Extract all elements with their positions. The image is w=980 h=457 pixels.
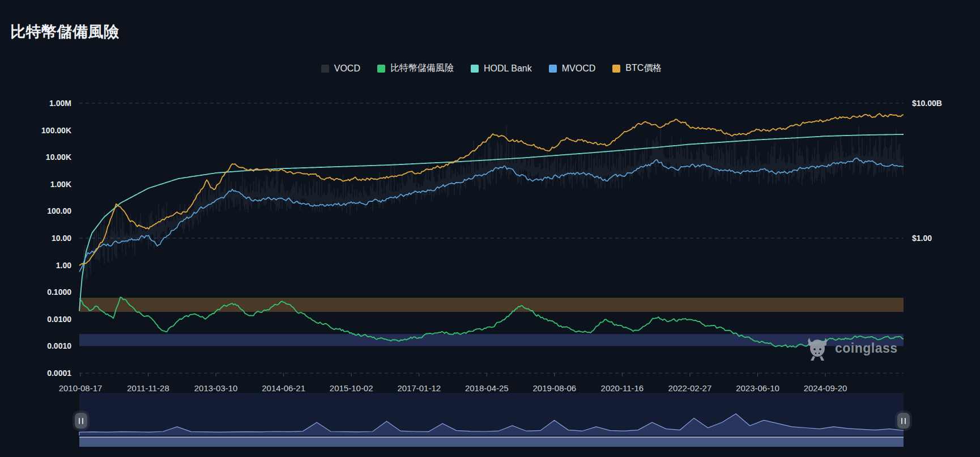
opportunity-band bbox=[79, 334, 904, 346]
y-axis-label-left: 0.0100 bbox=[47, 315, 71, 324]
x-axis-label: 2023-06-10 bbox=[736, 383, 779, 393]
navigator-right-handle[interactable] bbox=[897, 413, 910, 429]
y-axis-label-left: 1.00M bbox=[49, 99, 71, 108]
navigator-scrollbar[interactable] bbox=[79, 437, 904, 447]
y-axis-label-left: 1.00K bbox=[50, 180, 71, 189]
x-axis-label: 2015-10-02 bbox=[330, 383, 373, 393]
x-axis-label: 2011-11-28 bbox=[127, 383, 169, 393]
y-axis-label-right: $10.00B bbox=[912, 99, 942, 108]
y-axis-label-left: 0.1000 bbox=[47, 287, 71, 297]
x-axis-label: 2018-04-25 bbox=[465, 383, 509, 393]
x-axis-label: 2017-01-12 bbox=[397, 383, 441, 393]
y-axis-label-left: 10.00K bbox=[46, 153, 71, 162]
navigator-left-handle[interactable] bbox=[75, 413, 87, 429]
x-axis-label: 2014-06-21 bbox=[262, 383, 305, 393]
y-axis-label-left: 100.00K bbox=[41, 126, 71, 135]
y-axis-label-left: 0.0001 bbox=[47, 369, 71, 378]
y-axis-label-right: $1.00 bbox=[912, 234, 932, 243]
y-axis-label-left: 100.00 bbox=[47, 206, 71, 215]
x-axis-label: 2020-11-16 bbox=[601, 383, 644, 393]
chart-canvas: 1.00M100.00K10.00K1.00K100.0010.001.000.… bbox=[0, 0, 980, 457]
reserve-risk-chart-page: 比特幣儲備風險 VOCD比特幣儲備風險HODL BankMVOCDBTC價格 1… bbox=[0, 0, 980, 457]
x-axis-label: 2019-08-06 bbox=[532, 383, 576, 393]
x-axis-label: 2024-09-20 bbox=[804, 383, 847, 393]
y-axis-label-left: 10.00 bbox=[52, 234, 71, 243]
high-risk-band bbox=[79, 298, 904, 312]
x-axis-label: 2022-02-27 bbox=[668, 383, 712, 393]
x-axis-label: 2010-08-17 bbox=[59, 383, 103, 393]
y-axis-label-left: 1.00 bbox=[56, 261, 71, 270]
x-axis-label: 2013-03-10 bbox=[194, 383, 238, 393]
y-axis-label-left: 0.0010 bbox=[47, 341, 71, 350]
